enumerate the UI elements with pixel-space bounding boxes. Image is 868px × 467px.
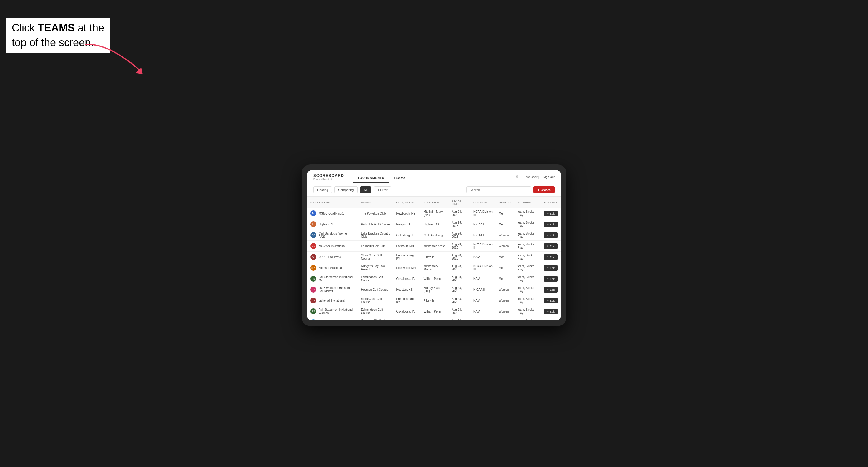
cell-actions-8: Edit (541, 295, 560, 306)
filter-button[interactable]: ≡ Filter (374, 186, 391, 193)
cell-city-1: Freeport, IL (393, 219, 421, 230)
cell-division-10: NICAA II (470, 317, 496, 320)
cell-event-name-10: VU VU PREVIEW (308, 317, 358, 320)
col-hosted-by: HOSTED BY (421, 196, 449, 208)
cell-gender-0: Men (496, 208, 515, 219)
cell-hosted-9: William Penn (421, 306, 449, 317)
cell-date-7: Aug 28, 2023 (449, 284, 470, 295)
tab-teams[interactable]: TEAMS (389, 173, 410, 183)
team-icon-6: FS (310, 276, 316, 282)
cell-actions-5: Edit (541, 262, 560, 273)
instruction-highlight: TEAMS (38, 22, 75, 34)
cell-division-1: NICAA I (470, 219, 496, 230)
cell-gender-3: Women (496, 241, 515, 252)
table-row: H Highland 36 Park Hills Golf Course Fre… (308, 219, 560, 230)
table-row: MV Maverick Invitational Faribault Golf … (308, 241, 560, 252)
cell-gender-7: Women (496, 284, 515, 295)
cell-event-name-9: FS Fall Statesmen Invitational - Women (308, 306, 358, 317)
cell-scoring-7: team, Stroke Play (515, 284, 541, 295)
table-row: VU VU PREVIEW Cypress Hills Golf Club Vi… (308, 317, 560, 320)
cell-division-3: NCAA Division II (470, 241, 496, 252)
team-icon-3: MV (310, 243, 316, 249)
all-tab[interactable]: All (360, 186, 371, 193)
edit-button-10[interactable]: Edit (544, 319, 558, 320)
cell-hosted-7: Murray State (OK) (421, 284, 449, 295)
cell-hosted-4: Pikeville (421, 252, 449, 262)
cell-actions-10: Edit (541, 317, 560, 320)
cell-city-3: Faribault, MN (393, 241, 421, 252)
table-container: EVENT NAME VENUE CITY, STATE HOSTED BY S… (308, 196, 560, 320)
create-button[interactable]: + Create (533, 186, 555, 193)
edit-button-1[interactable]: Edit (544, 222, 558, 227)
cell-date-8: Aug 28, 2023 (449, 295, 470, 306)
cell-actions-2: Edit (541, 230, 560, 241)
cell-hosted-8: Pikeville (421, 295, 449, 306)
team-icon-8: UF (310, 298, 316, 303)
edit-button-9[interactable]: Edit (544, 309, 558, 314)
cell-division-5: NCAA Division III (470, 262, 496, 273)
event-name-4: UPIKE Fall Invite (319, 255, 341, 259)
settings-icon[interactable]: ⚙ (514, 174, 520, 180)
team-icon-7: MS (310, 287, 316, 292)
cell-event-name-7: MS 2023 Women's Hesston Fall Kickoff (308, 284, 358, 295)
col-actions: ACTIONS (541, 196, 560, 208)
table-row: U UPIKE Fall Invite StoneCrest Golf Cour… (308, 252, 560, 262)
cell-hosted-0: Mt. Saint Mary (NY) (421, 208, 449, 219)
cell-date-5: Aug 28, 2023 (449, 262, 470, 273)
team-icon-9: FS (310, 308, 316, 314)
cell-gender-8: Women (496, 295, 515, 306)
cell-date-4: Aug 28, 2023 (449, 252, 470, 262)
cell-scoring-6: team, Stroke Play (515, 273, 541, 284)
cell-actions-7: Edit (541, 284, 560, 295)
edit-button-3[interactable]: Edit (544, 243, 558, 249)
hosting-tab[interactable]: Hosting (313, 186, 332, 193)
competing-tab[interactable]: Competing (334, 186, 358, 193)
cell-city-10: Vincennes, IN (393, 317, 421, 320)
event-name-9: Fall Statesmen Invitational - Women (319, 308, 355, 315)
cell-date-6: Aug 28, 2023 (449, 273, 470, 284)
cell-division-6: NAIA (470, 273, 496, 284)
signout-link[interactable]: Sign out (543, 175, 555, 179)
edit-button-6[interactable]: Edit (544, 276, 558, 282)
cell-actions-3: Edit (541, 241, 560, 252)
search-box (466, 186, 531, 193)
edit-button-2[interactable]: Edit (544, 232, 558, 238)
cell-hosted-2: Carl Sandburg (421, 230, 449, 241)
cell-city-4: Prestonsburg, KY (393, 252, 421, 262)
table-row: MR Morris Invitational Ruttger's Bay Lak… (308, 262, 560, 273)
edit-button-0[interactable]: Edit (544, 211, 558, 216)
col-event-name: EVENT NAME (308, 196, 358, 208)
cell-city-7: Hesston, KS (393, 284, 421, 295)
cell-gender-2: Women (496, 230, 515, 241)
table-row: FS Fall Statesmen Invitational - Men Edm… (308, 273, 560, 284)
cell-event-name-1: H Highland 36 (308, 219, 358, 230)
event-name-5: Morris Invitational (319, 266, 342, 270)
cell-gender-9: Women (496, 306, 515, 317)
cell-division-8: NAIA (470, 295, 496, 306)
logo-title: SCOREBOARD (313, 173, 344, 178)
table-body: M MSMC Qualifying 1 The Powelton Club Ne… (308, 208, 560, 320)
cell-gender-6: Men (496, 273, 515, 284)
nav-tabs: TOURNAMENTS TEAMS (353, 170, 410, 183)
app-header: SCOREBOARD Powered by clippit TOURNAMENT… (308, 170, 560, 183)
cell-event-name-8: UF upike fall invitational (308, 295, 358, 306)
table-row: FS Fall Statesmen Invitational - Women E… (308, 306, 560, 317)
edit-button-5[interactable]: Edit (544, 265, 558, 271)
logo-area: SCOREBOARD Powered by clippit (313, 173, 344, 180)
col-gender: GENDER (496, 196, 515, 208)
team-icon-0: M (310, 210, 316, 216)
event-name-6: Fall Statesmen Invitational - Men (319, 275, 355, 282)
col-start-date: START DATE (449, 196, 470, 208)
cell-gender-1: Men (496, 219, 515, 230)
team-icon-2: CS (310, 232, 316, 238)
search-input[interactable] (466, 186, 531, 193)
tab-tournaments[interactable]: TOURNAMENTS (353, 173, 389, 183)
cell-venue-4: StoneCrest Golf Course (358, 252, 393, 262)
cell-actions-0: Edit (541, 208, 560, 219)
edit-button-8[interactable]: Edit (544, 298, 558, 303)
event-name-3: Maverick Invitational (319, 245, 345, 248)
edit-button-7[interactable]: Edit (544, 287, 558, 292)
event-name-7: 2023 Women's Hesston Fall Kickoff (319, 286, 355, 293)
edit-button-4[interactable]: Edit (544, 254, 558, 260)
event-name-8: upike fall invitational (319, 299, 345, 302)
